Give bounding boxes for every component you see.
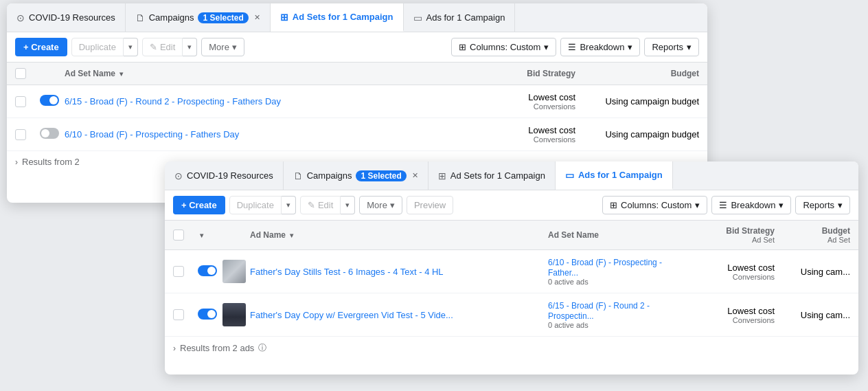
ads-icon-1: ▭ [413,12,422,23]
tab-ads-2[interactable]: ▭ Ads for 1 Campaign [556,161,673,190]
table-row: Father's Day Stills Test - 6 Images - 4 … [165,250,858,293]
breakdown-icon-2: ☰ [719,200,727,210]
breakdown-button-1[interactable]: ☰ Breakdown ▾ [560,38,640,56]
more-button-1[interactable]: More ▾ [201,38,244,56]
tab-ads-1[interactable]: ▭ Ads for 1 Campaign [404,3,516,32]
ad1-name-link[interactable]: Father's Day Stills Test - 6 Images - 4 … [250,267,444,277]
duplicate-caret-2[interactable]: ▾ [282,196,296,214]
duplicate-caret-1[interactable]: ▾ [124,38,138,56]
tab-covid-1[interactable]: ⊙ COVID-19 Resources [7,3,126,32]
row1-toggle-1[interactable] [40,95,59,106]
breakdown-icon-1: ☰ [568,42,576,52]
row1-checkbox-1[interactable] [15,96,26,107]
results-info-icon: ⓘ [258,342,266,354]
ad1-checkbox[interactable] [173,266,184,277]
table-header-1: Ad Set Name ▾ Bid Strategy Budget [7,63,707,85]
ad1-thumbnail [222,260,246,283]
campaigns-icon-1: 🗋 [135,12,145,23]
campaigns-close-2[interactable]: ✕ [412,171,418,180]
reports-button-1[interactable]: Reports ▾ [644,38,699,56]
edit-caret-1[interactable]: ▾ [183,38,197,56]
table-row: 6/10 - Broad (F) - Prospecting - Fathers… [7,118,707,151]
header-name-1: Ad Set Name ▾ [65,69,466,78]
row2-checkbox-1[interactable] [15,129,26,140]
header-budget-1: Budget [575,69,699,78]
ad2-adset-link[interactable]: 6/15 - Broad (F) - Round 2 - Prospectin.… [548,301,650,321]
table-row: 6/15 - Broad (F) - Round 2 - Prospecting… [7,85,707,118]
tab-covid-2[interactable]: ⊙ COVID-19 Resources [165,161,284,190]
columns-button-2[interactable]: ⊞ Columns: Custom ▾ [602,196,707,214]
tab-bar-2: ⊙ COVID-19 Resources 🗋 Campaigns 1 Selec… [165,161,858,190]
ad2-toggle[interactable] [198,309,217,320]
header-check-1 [15,68,40,79]
campaigns-close-1[interactable]: ✕ [254,13,260,22]
results-chevron-2[interactable]: › [173,344,176,353]
tab-adsets-2[interactable]: ⊞ Ad Sets for 1 Campaign [429,161,556,190]
edit-caret-2[interactable]: ▾ [341,196,355,214]
duplicate-button-2[interactable]: Duplicate [229,196,282,214]
header-checkbox-1[interactable] [15,68,26,79]
preview-button-2[interactable]: Preview [407,196,453,214]
tab-campaigns-2[interactable]: 🗋 Campaigns 1 Selected ✕ [284,161,429,190]
tab-adsets-1[interactable]: ⊞ Ad Sets for 1 Campaign [271,3,404,32]
toolbar-2: + Create Duplicate ▾ ✎ Edit ▾ More ▾ Pre… [165,190,858,221]
campaigns-badge-2: 1 Selected [356,170,406,181]
ad2-thumbnail [222,303,246,326]
header-bid-1: Bid Strategy [466,69,575,78]
duplicate-button-1[interactable]: Duplicate [71,38,124,56]
duplicate-group-1: Duplicate ▾ [71,38,138,56]
covid-icon: ⊙ [16,12,25,23]
breakdown-button-2[interactable]: ☰ Breakdown ▾ [711,196,791,214]
ads-icon-2: ▭ [565,170,574,181]
ad1-adset-link[interactable]: 6/10 - Broad (F) - Prospecting - Father.… [548,258,662,278]
results-chevron-1[interactable]: › [15,157,18,167]
row2-name-link-1[interactable]: 6/10 - Broad (F) - Prospecting - Fathers… [65,129,239,139]
edit-button-2[interactable]: ✎ Edit [300,196,341,214]
row1-name-link-1[interactable]: 6/15 - Broad (F) - Round 2 - Prospecting… [65,96,281,107]
reports-button-2[interactable]: Reports ▾ [795,196,850,214]
campaigns-badge-1: 1 Selected [198,12,248,23]
more-button-2[interactable]: More ▾ [359,196,402,214]
sort-arrow-1: ▾ [119,70,123,78]
tab-bar-1: ⊙ COVID-19 Resources 🗋 Campaigns 1 Selec… [7,3,707,32]
ads-panel: ⊙ COVID-19 Resources 🗋 Campaigns 1 Selec… [165,161,858,375]
duplicate-group-2: Duplicate ▾ [229,196,296,214]
table-row: Father's Day Copy w/ Evergreen Vid Test … [165,293,858,337]
ad2-checkbox[interactable] [173,309,184,320]
covid-icon-2: ⊙ [174,170,183,181]
create-button-1[interactable]: + Create [15,38,67,56]
create-button-2[interactable]: + Create [173,196,225,214]
ad2-name-link[interactable]: Father's Day Copy w/ Evergreen Vid Test … [250,310,453,320]
results-row-2: › Results from 2 ads ⓘ [165,337,858,359]
edit-button-1[interactable]: ✎ Edit [142,38,183,56]
columns-button-1[interactable]: ⊞ Columns: Custom ▾ [451,38,556,56]
row2-toggle-1[interactable] [40,128,59,139]
edit-group-2: ✎ Edit ▾ [300,196,355,214]
edit-group-1: ✎ Edit ▾ [142,38,197,56]
tab-campaigns-1[interactable]: 🗋 Campaigns 1 Selected ✕ [126,3,271,32]
header-checkbox-2[interactable] [173,230,184,241]
columns-icon-2: ⊞ [610,200,617,210]
adsets-icon-2: ⊞ [438,170,446,181]
campaigns-icon-2: 🗋 [293,170,303,181]
toolbar-1: + Create Duplicate ▾ ✎ Edit ▾ More ▾ ⊞ C… [7,32,707,63]
table-header-2: ▾ Ad Name ▾ Ad Set Name Bid Strategy Ad … [165,221,858,250]
ad1-toggle[interactable] [198,265,217,276]
columns-icon-1: ⊞ [459,42,466,52]
adsets-icon-1: ⊞ [280,12,288,23]
